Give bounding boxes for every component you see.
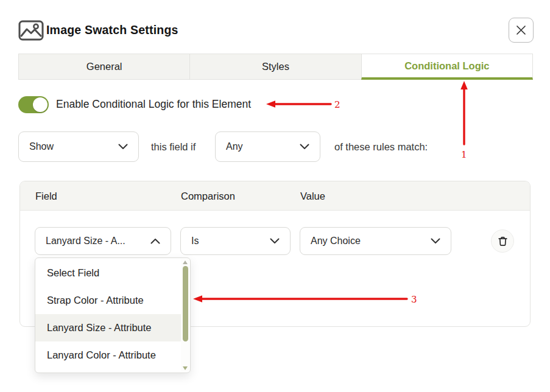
dropdown-option-lanyard-color[interactable]: Lanyard Color - Attribute [35,341,181,369]
dropdown-option-lanyard-size[interactable]: Lanyard Size - Attribute [35,314,181,341]
trash-icon [497,236,509,247]
enable-conditional-logic-toggle[interactable] [18,96,49,113]
page-title: Image Swatch Settings [46,23,178,37]
chevron-down-icon [270,238,280,244]
scroll-up-icon[interactable] [183,261,188,264]
match-type-value: Any [226,141,243,152]
field-dropdown-list: Select Field Strap Color - Attribute Lan… [35,257,191,373]
annotation-number-2: 2 [334,99,340,110]
tab-bar: General Styles Conditional Logic [18,54,533,80]
dropdown-option-select-field[interactable]: Select Field [35,259,181,287]
rules-match-text: of these rules match: [334,141,428,153]
dropdown-option-strap-color[interactable]: Strap Color - Attribute [35,287,181,314]
tab-conditional-logic[interactable]: Conditional Logic [361,54,533,80]
image-icon [18,20,44,41]
annotation-arrow-2: 2 [266,99,340,110]
dropdown-scrollbar[interactable] [181,259,189,372]
chevron-down-icon [118,144,128,150]
show-hide-value: Show [29,141,54,152]
rules-table-header: Field Comparison Value [20,181,530,211]
chevron-up-icon [150,238,160,244]
chevron-down-icon [431,238,440,244]
rule-field-value: Lanyard Size - A... [46,236,125,247]
tab-general[interactable]: General [18,54,190,80]
toggle-knob [33,97,48,112]
scroll-down-icon[interactable] [183,366,188,370]
scrollbar-thumb[interactable] [183,266,188,341]
show-hide-select[interactable]: Show [18,131,139,162]
annotation-arrow-1: 1 [460,81,468,160]
column-header-field: Field [35,190,57,201]
field-dropdown-options: Select Field Strap Color - Attribute Lan… [35,259,181,369]
rule-value-value: Any Choice [311,236,361,247]
chevron-down-icon [300,144,309,150]
close-icon [515,24,527,36]
rule-field-select[interactable]: Lanyard Size - A... [35,227,171,255]
image-swatch-settings-dialog: Image Swatch Settings General Styles Con… [0,0,550,392]
rule-value-select[interactable]: Any Choice [300,227,451,255]
column-header-value: Value [300,190,325,201]
rule-comparison-value: Is [191,236,199,247]
toggle-label: Enable Conditional Logic for this Elemen… [56,98,251,111]
this-field-if-text: this field if [151,141,196,153]
annotation-number-1: 1 [461,149,467,160]
column-header-comparison: Comparison [181,190,235,201]
close-button[interactable] [509,18,534,43]
tab-styles[interactable]: Styles [189,54,361,80]
match-type-select[interactable]: Any [215,131,320,162]
delete-rule-button[interactable] [491,229,514,253]
rule-comparison-select[interactable]: Is [180,227,291,255]
